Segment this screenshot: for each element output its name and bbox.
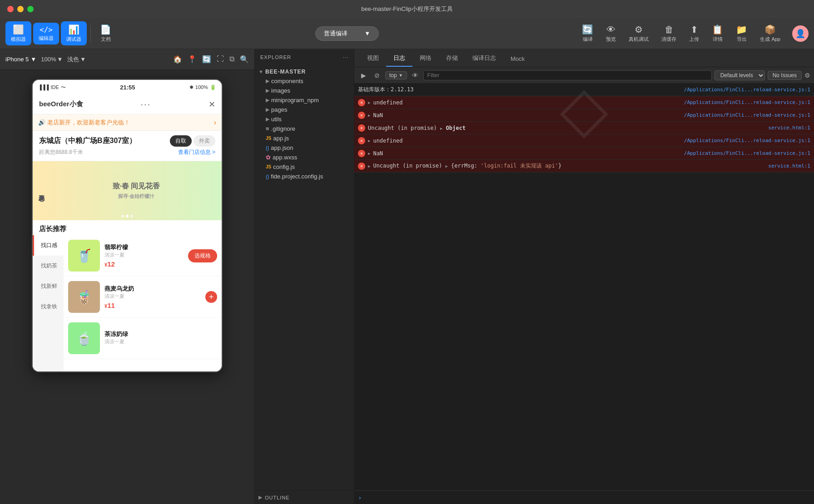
log-line-4: ✕ ▶ undefined /Applications/FinCli...rel… <box>354 134 814 147</box>
generate-app-action[interactable]: 📦 生成 App <box>755 22 785 44</box>
expand-icon-3[interactable]: ▶ <box>440 126 442 131</box>
nav-dots[interactable]: ··· <box>141 99 151 109</box>
log-link-2[interactable]: /Applications/FinCli...reload-service.js… <box>684 112 810 118</box>
upload-action[interactable]: ⬆ 上传 <box>685 22 704 44</box>
expand-icon-6[interactable]: ▶ <box>368 164 370 168</box>
eye-button[interactable]: 👁 <box>410 70 421 81</box>
fide-config-icon: {} <box>266 174 269 179</box>
project-root[interactable]: ▼ BEE-MASTER <box>255 67 354 76</box>
export-action[interactable]: 📁 导出 <box>731 22 752 44</box>
category-item-2[interactable]: 找新鲜 <box>33 276 64 296</box>
phone-banner[interactable]: 🔊 老店新开，欢迎新老客户光临！ › <box>33 114 222 131</box>
no-issues-button[interactable]: No Issues <box>768 71 802 80</box>
expand-icon-4[interactable]: ▶ <box>368 138 370 143</box>
tab-delivery[interactable]: 外卖 <box>194 135 215 147</box>
maximize-button[interactable] <box>27 6 34 12</box>
nav-close-icon[interactable]: ✕ <box>208 99 215 109</box>
wifi-icon: IDE <box>50 84 59 90</box>
device-select[interactable]: iPhone 5 ▼ <box>5 56 36 63</box>
folder-miniprogram-npm[interactable]: ▶ miniprogram_npm <box>255 95 354 105</box>
console-settings-button[interactable]: ⚙ <box>804 72 810 79</box>
fullscreen-icon[interactable]: ⛶ <box>217 55 224 64</box>
store-info-link[interactable]: 查看门店信息 > <box>178 148 215 156</box>
category-item-0[interactable]: 找口感 <box>33 235 64 256</box>
log-text-1: undefined <box>373 99 681 106</box>
expand-icon-5[interactable]: ▶ <box>368 151 370 156</box>
copy-icon[interactable]: ⧉ <box>229 55 234 64</box>
file-appjs[interactable]: JS app.js <box>255 133 354 143</box>
upload-icon: ⬆ <box>690 24 698 35</box>
right-panel: ◇ 视图 日志 网络 存储 编译日志 Mock ▶ ⊘ <box>354 49 814 504</box>
close-button[interactable] <box>7 6 14 12</box>
level-select[interactable]: Default levels <box>715 70 765 80</box>
rotate-icon[interactable]: 🔄 <box>202 55 211 64</box>
simulator-button[interactable]: ⬜ 模拟器 <box>5 21 31 45</box>
console-filter-input[interactable] <box>423 70 712 80</box>
clear-cache-action[interactable]: 🗑 清缓存 <box>657 23 681 44</box>
minimize-button[interactable] <box>17 6 24 12</box>
editor-button[interactable]: </> 编辑器 <box>33 23 59 44</box>
user-avatar[interactable]: 👤 <box>792 25 809 42</box>
select-spec-button-0[interactable]: 选规格 <box>188 249 217 262</box>
tab-network[interactable]: 网络 <box>412 50 439 67</box>
expand-icon-1[interactable]: ▶ <box>368 100 370 105</box>
generate-app-label: 生成 App <box>760 36 780 43</box>
log-link-6[interactable]: service.html:1 <box>768 163 810 169</box>
folder-components-label: components <box>271 78 303 84</box>
store-name: 东城店（中粮广场B座307室） <box>39 136 136 146</box>
log-link-0[interactable]: /Applications/FinCli...reload-service.js… <box>684 87 810 93</box>
outline-section[interactable]: ▶ OUTLINE <box>255 490 354 504</box>
file-fide-config[interactable]: {} fide.project.config.js <box>255 172 354 181</box>
tab-mock[interactable]: Mock <box>503 52 532 67</box>
device-toolbar-icons: 🏠 📍 🔄 ⛶ ⧉ 🔍 <box>173 55 249 64</box>
expand-icon-6b[interactable]: ▶ <box>445 164 447 168</box>
tab-self-pickup[interactable]: 自取 <box>170 135 192 147</box>
folder-components[interactable]: ▶ components <box>255 76 354 86</box>
clear-cache-label: 清缓存 <box>661 36 676 43</box>
compile-select[interactable]: 普通编译 ▼ <box>315 26 379 41</box>
theme-select[interactable]: 浅色 ▼ <box>67 55 86 64</box>
compile-action[interactable]: 🔄 编译 <box>577 22 598 44</box>
phone-carousel[interactable]: 心动夏天 致·春 间见花香 探寻·金桔柠檬汁 <box>33 161 222 220</box>
tab-view[interactable]: 视图 <box>360 50 386 67</box>
stop-button[interactable]: ⊘ <box>372 70 382 81</box>
compile-action-label: 编译 <box>583 36 593 43</box>
docs-button[interactable]: 📄 文档 <box>94 21 117 45</box>
tab-log[interactable]: 日志 <box>386 50 412 67</box>
file-appwxss[interactable]: ✿ app.wxss <box>255 153 354 162</box>
folder-utils[interactable]: ▶ utils <box>255 114 354 124</box>
details-action[interactable]: 📋 详情 <box>707 22 728 44</box>
generate-app-icon: 📦 <box>764 24 776 35</box>
context-select[interactable]: top ▼ <box>385 71 407 79</box>
expand-icon-2[interactable]: ▶ <box>368 113 370 118</box>
title-bar: bee-master-FinClip小程序开发工具 <box>0 0 814 18</box>
real-debug-action[interactable]: ⚙ 真机调试 <box>624 22 653 44</box>
explorer-more-icon[interactable]: ··· <box>343 54 348 60</box>
log-link-1[interactable]: /Applications/FinCli...reload-service.js… <box>684 99 810 105</box>
log-link-4[interactable]: /Applications/FinCli...reload-service.js… <box>684 138 810 143</box>
docs-icon: 📄 <box>100 24 111 35</box>
category-item-1[interactable]: 找奶茶 <box>33 256 64 276</box>
log-link-5[interactable]: /Applications/FinCli...reload-service.js… <box>684 150 810 156</box>
file-gitignore[interactable]: ≡ .gitignore <box>255 124 354 133</box>
location-icon[interactable]: 📍 <box>188 55 197 64</box>
tab-storage[interactable]: 存储 <box>439 50 465 67</box>
play-button[interactable]: ▶ <box>358 70 369 81</box>
log-line-3: ✕ Uncaught (in promise) ▶ Object service… <box>354 122 814 134</box>
preview-action[interactable]: 👁 预览 <box>601 23 620 44</box>
search-icon[interactable]: 🔍 <box>240 55 249 64</box>
debugger-button[interactable]: 📊 调试器 <box>61 21 87 45</box>
add-button-1[interactable]: + <box>205 291 217 303</box>
file-configjs[interactable]: JS config.js <box>255 162 354 172</box>
zoom-select[interactable]: 100% ▼ <box>41 56 63 63</box>
log-link-3[interactable]: service.html:1 <box>768 125 810 131</box>
tab-compile-log[interactable]: 编译日志 <box>465 50 503 67</box>
toolbar-right: 🔄 编译 👁 预览 ⚙ 真机调试 🗑 清缓存 ⬆ 上传 📋 详情 📁 导出 📦 <box>577 22 809 44</box>
folder-images[interactable]: ▶ images <box>255 86 354 95</box>
folder-pages[interactable]: ▶ pages <box>255 105 354 114</box>
home-icon[interactable]: 🏠 <box>173 55 182 64</box>
category-item-3[interactable]: 找拿铁 <box>33 296 64 317</box>
log-line-1: ✕ ▶ undefined /Applications/FinCli...rel… <box>354 96 814 109</box>
context-label: top <box>389 72 397 79</box>
file-appjson[interactable]: {} app.json <box>255 143 354 153</box>
